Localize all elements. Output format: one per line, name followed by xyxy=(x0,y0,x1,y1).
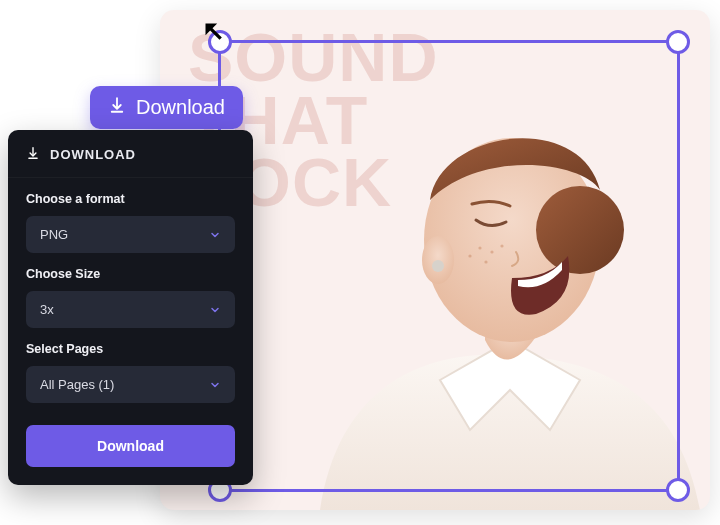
size-value: 3x xyxy=(40,302,54,317)
size-select[interactable]: 3x xyxy=(26,291,235,328)
download-icon xyxy=(108,96,126,119)
chevron-down-icon xyxy=(209,229,221,241)
download-panel: DOWNLOAD Choose a format PNG Choose Size… xyxy=(8,130,253,485)
resize-handle-top-right[interactable] xyxy=(666,30,690,54)
format-value: PNG xyxy=(40,227,68,242)
panel-title: DOWNLOAD xyxy=(50,147,136,162)
format-select[interactable]: PNG xyxy=(26,216,235,253)
chevron-down-icon xyxy=(209,379,221,391)
download-submit-button[interactable]: Download xyxy=(26,425,235,467)
svg-point-8 xyxy=(484,260,487,263)
svg-point-5 xyxy=(490,250,493,253)
size-label: Choose Size xyxy=(26,267,235,281)
pages-select[interactable]: All Pages (1) xyxy=(26,366,235,403)
download-icon xyxy=(26,146,40,163)
download-button-label: Download xyxy=(136,96,225,119)
panel-header: DOWNLOAD xyxy=(8,130,253,178)
person-illustration xyxy=(280,80,710,510)
format-label: Choose a format xyxy=(26,192,235,206)
format-field: Choose a format PNG xyxy=(8,178,253,253)
resize-cursor-icon xyxy=(202,20,230,48)
size-field: Choose Size 3x xyxy=(8,253,253,328)
download-button-floating[interactable]: Download xyxy=(90,86,243,129)
download-submit-label: Download xyxy=(97,438,164,454)
pages-field: Select Pages All Pages (1) xyxy=(8,328,253,403)
svg-point-4 xyxy=(478,246,481,249)
svg-point-6 xyxy=(468,254,471,257)
svg-point-2 xyxy=(432,260,444,272)
svg-point-3 xyxy=(536,186,624,274)
resize-handle-bottom-right[interactable] xyxy=(666,478,690,502)
pages-label: Select Pages xyxy=(26,342,235,356)
chevron-down-icon xyxy=(209,304,221,316)
svg-point-7 xyxy=(500,244,503,247)
pages-value: All Pages (1) xyxy=(40,377,114,392)
